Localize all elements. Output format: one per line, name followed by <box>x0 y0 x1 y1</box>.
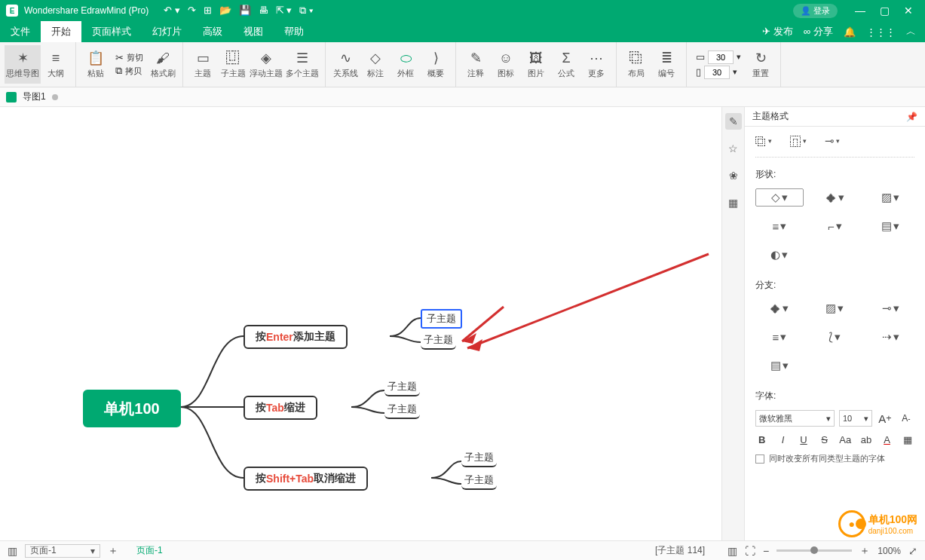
menu-file[interactable]: 文件 <box>0 21 41 42</box>
icon-button[interactable]: ☺图标 <box>491 45 521 84</box>
shape-shadow-button[interactable]: ◐▾ <box>755 246 804 264</box>
clover-tab-icon[interactable]: ❀ <box>725 167 742 184</box>
reset-button[interactable]: ↻重置 <box>746 45 776 84</box>
shape-dash-button[interactable]: ▤▾ <box>866 217 914 235</box>
cut-button[interactable]: ✂剪切 <box>115 52 143 63</box>
zoom-out-button[interactable]: − <box>763 545 769 557</box>
page-select[interactable]: 页面-1▾ <box>25 544 100 558</box>
format-painter-button[interactable]: 🖌格式刷 <box>148 45 178 84</box>
shape-line-weight-button[interactable]: ≡▾ <box>755 217 804 235</box>
close-button[interactable]: ✕ <box>898 5 919 17</box>
branch-curve-button[interactable]: ⟅▾ <box>811 328 859 346</box>
calendar-tab-icon[interactable]: ▦ <box>725 194 742 211</box>
star-tab-icon[interactable]: ☆ <box>725 140 742 157</box>
font-size-select[interactable]: 10▾ <box>839 410 872 427</box>
formula-button[interactable]: Σ公式 <box>551 45 581 84</box>
new-icon[interactable]: ⊞ <box>204 5 212 17</box>
shape-border-style-button[interactable]: ▨▾ <box>866 188 914 207</box>
app-title: Wondershare EdrawMind (Pro) <box>24 5 149 16</box>
export-icon[interactable]: ⇱ ▾ <box>276 5 293 17</box>
add-page-button[interactable]: ＋ <box>108 544 118 558</box>
undo-icon[interactable]: ↶ ▾ <box>164 5 180 17</box>
comment-button[interactable]: ✎注释 <box>461 45 491 84</box>
boundary-button[interactable]: ⬭外框 <box>391 45 421 84</box>
share-qat-icon[interactable]: ⧉ ▾ <box>299 5 313 17</box>
svg-line-2 <box>462 307 504 341</box>
layout-tool-3[interactable]: ⊸▾ <box>825 134 840 148</box>
panel-pin-icon[interactable]: 📌 <box>906 112 917 122</box>
clear-format-button[interactable]: ▦ <box>901 434 914 445</box>
subtopic-button[interactable]: ⿶子主题 <box>218 45 248 84</box>
menu-help[interactable]: 帮助 <box>274 21 314 42</box>
font-color-button[interactable]: A <box>881 434 894 445</box>
menu-view[interactable]: 视图 <box>233 21 274 42</box>
menu-advanced[interactable]: 高级 <box>192 21 233 42</box>
paste-button[interactable]: 📋粘贴 <box>81 45 111 84</box>
menu-page-style[interactable]: 页面样式 <box>81 21 142 42</box>
save-icon[interactable]: 💾 <box>239 5 251 17</box>
strike-button[interactable]: S <box>818 434 832 445</box>
more-button[interactable]: ⋯更多 <box>581 45 611 84</box>
menu-slides[interactable]: 幻灯片 <box>142 21 192 42</box>
highlight-button[interactable]: ab <box>859 434 873 445</box>
floating-topic-button[interactable]: ◈浮动主题 <box>248 45 284 84</box>
shape-color-button[interactable]: 🟆▾ <box>811 188 859 207</box>
redo-icon[interactable]: ↷ <box>188 5 196 17</box>
outline-view-button[interactable]: ≡大纲 <box>41 45 71 84</box>
notification-icon[interactable]: 🔔 <box>844 26 856 38</box>
open-icon[interactable]: 📂 <box>219 5 231 17</box>
canvas[interactable]: 单机100 按 Enter 添加主题 子主题 子主题 按 Tab 缩进 子主题 … <box>0 107 721 540</box>
view-switch-icon[interactable]: ▥ <box>727 545 737 557</box>
page-tab[interactable]: 页面-1 <box>136 544 163 557</box>
v-spacing-input[interactable] <box>704 66 730 79</box>
print-icon[interactable]: 🖶 <box>259 5 268 17</box>
topic-button[interactable]: ▭主题 <box>188 45 218 84</box>
zoom-in-button[interactable]: ＋ <box>859 544 870 558</box>
branch-color-button[interactable]: 🟆▾ <box>755 299 804 317</box>
image-button[interactable]: 🖼图片 <box>521 45 551 84</box>
branch-weight-button[interactable]: ≡▾ <box>755 328 804 346</box>
zoom-slider[interactable] <box>776 549 852 552</box>
fit-icon[interactable]: ⛶ <box>745 545 755 557</box>
pages-icon[interactable]: ▥ <box>8 545 17 557</box>
mindmap-view-button[interactable]: ✶思维导图 <box>5 45 41 84</box>
h-spacing-input[interactable] <box>708 50 734 64</box>
layout-tool-1[interactable]: ⿻▾ <box>755 134 772 148</box>
layout-tool-2[interactable]: ⿵▾ <box>790 134 807 148</box>
multi-topic-button[interactable]: ☰多个主题 <box>284 45 320 84</box>
collapse-ribbon-icon[interactable]: ︿ <box>906 25 916 38</box>
numbering-button[interactable]: ≣编号 <box>651 45 681 84</box>
branch-style-button[interactable]: ▨▾ <box>811 299 859 317</box>
apply-same-type-checkbox[interactable]: 同时改变所有同类型主题的字体 <box>755 453 914 464</box>
bold-button[interactable]: B <box>755 434 769 445</box>
menu-start[interactable]: 开始 <box>41 21 81 42</box>
shape-fill-button[interactable]: ◇▾ <box>755 188 804 207</box>
font-family-select[interactable]: 微软雅黑▾ <box>755 410 835 427</box>
minimize-button[interactable]: — <box>850 5 871 17</box>
fullscreen-icon[interactable]: ⤢ <box>908 545 917 557</box>
summary-button[interactable]: ⟩概要 <box>421 45 451 84</box>
publish-button[interactable]: ✈ 发布 <box>762 25 793 38</box>
font-grow-button[interactable]: A+ <box>877 410 893 427</box>
login-button[interactable]: 👤 登录 <box>793 4 838 18</box>
branch-arrow-button[interactable]: ⇢▾ <box>866 328 914 346</box>
maximize-button[interactable]: ▢ <box>874 5 895 17</box>
apps-icon[interactable]: ⋮⋮⋮ <box>866 26 896 38</box>
doc-tab[interactable]: 导图1 <box>23 90 46 103</box>
branch-dash-button[interactable]: ▤▾ <box>755 357 804 375</box>
branch-connector-button[interactable]: ⊸▾ <box>866 299 914 317</box>
case-button[interactable]: Aa <box>839 434 853 445</box>
font-shrink-button[interactable]: A- <box>898 410 914 427</box>
layout-button[interactable]: ⿻布局 <box>621 45 651 84</box>
underline-button[interactable]: U <box>797 434 810 445</box>
zoom-value[interactable]: 100% <box>878 546 901 556</box>
relation-button[interactable]: ∿关系线 <box>330 45 360 84</box>
format-tab-icon[interactable]: ✎ <box>725 113 742 130</box>
callout-button[interactable]: ◇标注 <box>360 45 391 84</box>
shape-corner-button[interactable]: ⌐▾ <box>811 217 859 235</box>
doc-icon <box>6 92 17 103</box>
quick-access-toolbar: ↶ ▾ ↷ ⊞ 📂 💾 🖶 ⇱ ▾ ⧉ ▾ <box>164 5 313 17</box>
share-button[interactable]: ∞ 分享 <box>804 25 833 38</box>
italic-button[interactable]: I <box>776 434 790 445</box>
copy-button[interactable]: ⧉拷贝 <box>115 65 143 77</box>
